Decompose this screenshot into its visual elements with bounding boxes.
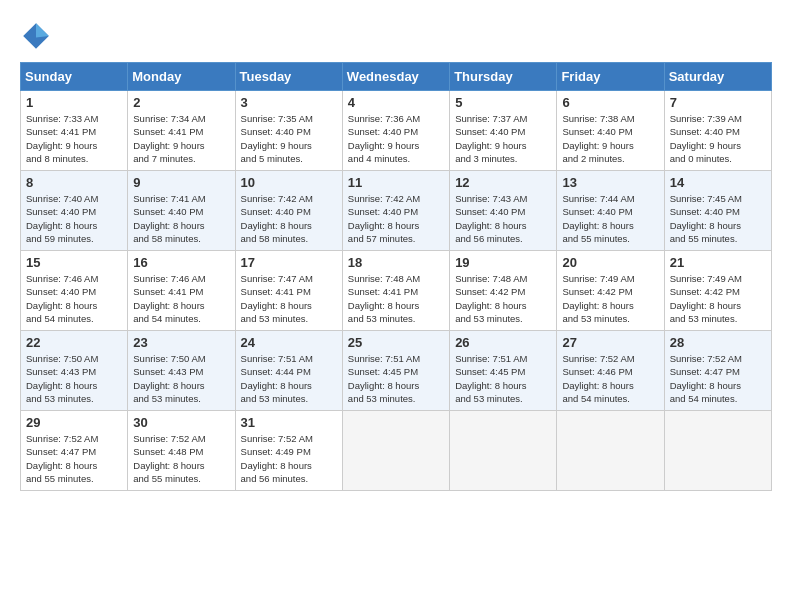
day-info: Sunrise: 7:42 AMSunset: 4:40 PMDaylight:…: [241, 192, 337, 245]
day-number: 22: [26, 335, 122, 350]
day-number: 9: [133, 175, 229, 190]
calendar-cell: 26Sunrise: 7:51 AMSunset: 4:45 PMDayligh…: [450, 331, 557, 411]
day-info: Sunrise: 7:52 AMSunset: 4:49 PMDaylight:…: [241, 432, 337, 485]
calendar-cell: [557, 411, 664, 491]
calendar-cell: 31Sunrise: 7:52 AMSunset: 4:49 PMDayligh…: [235, 411, 342, 491]
calendar-cell: 17Sunrise: 7:47 AMSunset: 4:41 PMDayligh…: [235, 251, 342, 331]
day-number: 16: [133, 255, 229, 270]
day-number: 27: [562, 335, 658, 350]
day-number: 7: [670, 95, 766, 110]
day-info: Sunrise: 7:52 AMSunset: 4:47 PMDaylight:…: [670, 352, 766, 405]
calendar-cell: 1Sunrise: 7:33 AMSunset: 4:41 PMDaylight…: [21, 91, 128, 171]
day-info: Sunrise: 7:39 AMSunset: 4:40 PMDaylight:…: [670, 112, 766, 165]
calendar-cell: [664, 411, 771, 491]
day-number: 24: [241, 335, 337, 350]
day-info: Sunrise: 7:51 AMSunset: 4:45 PMDaylight:…: [455, 352, 551, 405]
day-info: Sunrise: 7:52 AMSunset: 4:48 PMDaylight:…: [133, 432, 229, 485]
day-number: 14: [670, 175, 766, 190]
calendar-cell: 29Sunrise: 7:52 AMSunset: 4:47 PMDayligh…: [21, 411, 128, 491]
day-number: 5: [455, 95, 551, 110]
calendar-cell: 8Sunrise: 7:40 AMSunset: 4:40 PMDaylight…: [21, 171, 128, 251]
calendar-cell: 7Sunrise: 7:39 AMSunset: 4:40 PMDaylight…: [664, 91, 771, 171]
col-header-sunday: Sunday: [21, 63, 128, 91]
day-info: Sunrise: 7:51 AMSunset: 4:45 PMDaylight:…: [348, 352, 444, 405]
col-header-thursday: Thursday: [450, 63, 557, 91]
calendar-cell: 11Sunrise: 7:42 AMSunset: 4:40 PMDayligh…: [342, 171, 449, 251]
day-number: 6: [562, 95, 658, 110]
calendar-cell: 15Sunrise: 7:46 AMSunset: 4:40 PMDayligh…: [21, 251, 128, 331]
day-info: Sunrise: 7:40 AMSunset: 4:40 PMDaylight:…: [26, 192, 122, 245]
calendar-cell: 23Sunrise: 7:50 AMSunset: 4:43 PMDayligh…: [128, 331, 235, 411]
day-info: Sunrise: 7:46 AMSunset: 4:40 PMDaylight:…: [26, 272, 122, 325]
day-number: 12: [455, 175, 551, 190]
day-info: Sunrise: 7:50 AMSunset: 4:43 PMDaylight:…: [133, 352, 229, 405]
day-number: 8: [26, 175, 122, 190]
day-number: 1: [26, 95, 122, 110]
calendar-cell: 24Sunrise: 7:51 AMSunset: 4:44 PMDayligh…: [235, 331, 342, 411]
logo-icon: [20, 20, 52, 52]
day-number: 20: [562, 255, 658, 270]
day-info: Sunrise: 7:38 AMSunset: 4:40 PMDaylight:…: [562, 112, 658, 165]
day-number: 30: [133, 415, 229, 430]
calendar-cell: 19Sunrise: 7:48 AMSunset: 4:42 PMDayligh…: [450, 251, 557, 331]
day-number: 15: [26, 255, 122, 270]
calendar-cell: 12Sunrise: 7:43 AMSunset: 4:40 PMDayligh…: [450, 171, 557, 251]
col-header-friday: Friday: [557, 63, 664, 91]
day-info: Sunrise: 7:49 AMSunset: 4:42 PMDaylight:…: [670, 272, 766, 325]
calendar-cell: 27Sunrise: 7:52 AMSunset: 4:46 PMDayligh…: [557, 331, 664, 411]
calendar-cell: 16Sunrise: 7:46 AMSunset: 4:41 PMDayligh…: [128, 251, 235, 331]
calendar-cell: [450, 411, 557, 491]
day-info: Sunrise: 7:48 AMSunset: 4:42 PMDaylight:…: [455, 272, 551, 325]
day-info: Sunrise: 7:34 AMSunset: 4:41 PMDaylight:…: [133, 112, 229, 165]
day-number: 26: [455, 335, 551, 350]
calendar-cell: 14Sunrise: 7:45 AMSunset: 4:40 PMDayligh…: [664, 171, 771, 251]
day-number: 25: [348, 335, 444, 350]
day-info: Sunrise: 7:45 AMSunset: 4:40 PMDaylight:…: [670, 192, 766, 245]
day-number: 3: [241, 95, 337, 110]
day-info: Sunrise: 7:46 AMSunset: 4:41 PMDaylight:…: [133, 272, 229, 325]
day-info: Sunrise: 7:44 AMSunset: 4:40 PMDaylight:…: [562, 192, 658, 245]
calendar-table: SundayMondayTuesdayWednesdayThursdayFrid…: [20, 62, 772, 491]
col-header-monday: Monday: [128, 63, 235, 91]
day-number: 17: [241, 255, 337, 270]
day-info: Sunrise: 7:41 AMSunset: 4:40 PMDaylight:…: [133, 192, 229, 245]
day-info: Sunrise: 7:51 AMSunset: 4:44 PMDaylight:…: [241, 352, 337, 405]
calendar-cell: 9Sunrise: 7:41 AMSunset: 4:40 PMDaylight…: [128, 171, 235, 251]
calendar-cell: 30Sunrise: 7:52 AMSunset: 4:48 PMDayligh…: [128, 411, 235, 491]
day-number: 10: [241, 175, 337, 190]
calendar-cell: 3Sunrise: 7:35 AMSunset: 4:40 PMDaylight…: [235, 91, 342, 171]
calendar-cell: 10Sunrise: 7:42 AMSunset: 4:40 PMDayligh…: [235, 171, 342, 251]
day-number: 23: [133, 335, 229, 350]
day-info: Sunrise: 7:52 AMSunset: 4:46 PMDaylight:…: [562, 352, 658, 405]
day-number: 2: [133, 95, 229, 110]
day-info: Sunrise: 7:37 AMSunset: 4:40 PMDaylight:…: [455, 112, 551, 165]
day-number: 13: [562, 175, 658, 190]
calendar-cell: 22Sunrise: 7:50 AMSunset: 4:43 PMDayligh…: [21, 331, 128, 411]
logo: [20, 20, 56, 52]
col-header-saturday: Saturday: [664, 63, 771, 91]
day-info: Sunrise: 7:47 AMSunset: 4:41 PMDaylight:…: [241, 272, 337, 325]
day-number: 31: [241, 415, 337, 430]
day-info: Sunrise: 7:33 AMSunset: 4:41 PMDaylight:…: [26, 112, 122, 165]
calendar-cell: [342, 411, 449, 491]
calendar-cell: 21Sunrise: 7:49 AMSunset: 4:42 PMDayligh…: [664, 251, 771, 331]
day-number: 11: [348, 175, 444, 190]
day-info: Sunrise: 7:49 AMSunset: 4:42 PMDaylight:…: [562, 272, 658, 325]
day-info: Sunrise: 7:43 AMSunset: 4:40 PMDaylight:…: [455, 192, 551, 245]
calendar-cell: 20Sunrise: 7:49 AMSunset: 4:42 PMDayligh…: [557, 251, 664, 331]
calendar-cell: 28Sunrise: 7:52 AMSunset: 4:47 PMDayligh…: [664, 331, 771, 411]
day-number: 19: [455, 255, 551, 270]
day-info: Sunrise: 7:35 AMSunset: 4:40 PMDaylight:…: [241, 112, 337, 165]
day-number: 4: [348, 95, 444, 110]
calendar-cell: 6Sunrise: 7:38 AMSunset: 4:40 PMDaylight…: [557, 91, 664, 171]
day-info: Sunrise: 7:48 AMSunset: 4:41 PMDaylight:…: [348, 272, 444, 325]
day-info: Sunrise: 7:50 AMSunset: 4:43 PMDaylight:…: [26, 352, 122, 405]
calendar-cell: 13Sunrise: 7:44 AMSunset: 4:40 PMDayligh…: [557, 171, 664, 251]
col-header-wednesday: Wednesday: [342, 63, 449, 91]
calendar-cell: 4Sunrise: 7:36 AMSunset: 4:40 PMDaylight…: [342, 91, 449, 171]
calendar-cell: 25Sunrise: 7:51 AMSunset: 4:45 PMDayligh…: [342, 331, 449, 411]
day-number: 21: [670, 255, 766, 270]
day-info: Sunrise: 7:42 AMSunset: 4:40 PMDaylight:…: [348, 192, 444, 245]
day-number: 28: [670, 335, 766, 350]
day-info: Sunrise: 7:52 AMSunset: 4:47 PMDaylight:…: [26, 432, 122, 485]
